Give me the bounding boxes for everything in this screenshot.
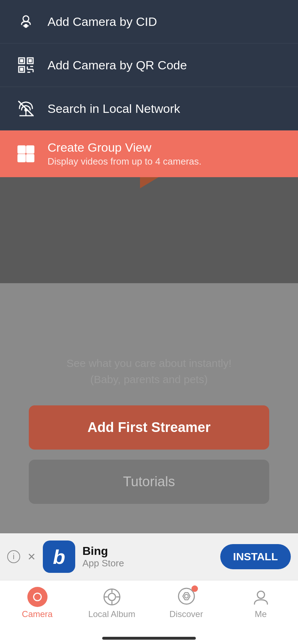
dropdown-menu: Add Camera by CID bbox=[0, 0, 298, 177]
cid-icon bbox=[14, 10, 37, 33]
menu-cid-label: Add Camera by CID bbox=[48, 15, 157, 29]
me-icon bbox=[251, 587, 271, 607]
discover-notification-dot bbox=[191, 585, 198, 592]
discover-icon bbox=[176, 587, 197, 607]
tab-discover-label: Discover bbox=[170, 609, 203, 619]
svg-point-10 bbox=[23, 16, 29, 22]
menu-cid-text: Add Camera by CID bbox=[48, 15, 157, 29]
ad-text-block: Bing App Store bbox=[82, 544, 213, 569]
svg-point-1 bbox=[108, 593, 116, 601]
local-album-icon bbox=[102, 587, 122, 607]
group-view-icon bbox=[14, 142, 37, 165]
menu-qr-label: Add Camera by QR Code bbox=[48, 58, 187, 72]
bing-logo-icon: b bbox=[53, 545, 65, 569]
svg-point-8 bbox=[185, 594, 188, 598]
svg-rect-14 bbox=[20, 59, 23, 62]
svg-point-6 bbox=[179, 588, 194, 604]
menu-group-sublabel: Display videos from up to 4 cameras. bbox=[48, 156, 202, 167]
menu-local-label: Search in Local Network bbox=[48, 102, 180, 116]
menu-item-add-qr[interactable]: Add Camera by QR Code bbox=[0, 43, 298, 87]
qr-icon bbox=[14, 54, 37, 77]
local-network-icon bbox=[14, 97, 37, 120]
svg-point-9 bbox=[257, 591, 265, 598]
tutorials-button[interactable]: Tutorials bbox=[29, 460, 269, 504]
ad-close-button[interactable]: ✕ bbox=[27, 551, 36, 563]
tab-me-label: Me bbox=[255, 609, 267, 619]
tab-camera-label: Camera bbox=[22, 609, 53, 619]
svg-rect-28 bbox=[18, 146, 25, 153]
tab-local-album-label: Local Album bbox=[88, 609, 135, 619]
ad-source: App Store bbox=[82, 558, 213, 569]
menu-group-label: Create Group View bbox=[48, 141, 202, 155]
svg-rect-29 bbox=[27, 146, 34, 153]
svg-rect-30 bbox=[18, 155, 25, 162]
ad-banner: i ✕ b Bing App Store INSTALL bbox=[0, 533, 298, 580]
tab-me[interactable]: Me bbox=[224, 587, 298, 619]
tab-local-album[interactable]: Local Album bbox=[74, 587, 149, 619]
add-first-streamer-button[interactable]: Add First Streamer bbox=[29, 405, 269, 450]
menu-local-text: Search in Local Network bbox=[48, 102, 180, 116]
tab-bar: Camera Local Album bbox=[0, 580, 298, 644]
camera-tab-icon bbox=[27, 587, 48, 607]
ad-install-button[interactable]: INSTALL bbox=[220, 544, 291, 569]
menu-group-text: Create Group View Display videos from up… bbox=[48, 141, 202, 167]
tagline-line1: See what you care about instantly! bbox=[67, 357, 232, 369]
ad-app-icon: b bbox=[43, 540, 75, 573]
ad-info-icon: i bbox=[7, 550, 20, 563]
tab-camera[interactable]: Camera bbox=[0, 587, 74, 619]
tagline: See what you care about instantly! (Baby… bbox=[67, 355, 232, 387]
tagline-line2: (Baby, parents and pets) bbox=[90, 373, 208, 385]
menu-item-create-group[interactable]: Create Group View Display videos from up… bbox=[0, 130, 298, 177]
svg-rect-16 bbox=[29, 59, 32, 62]
menu-qr-text: Add Camera by QR Code bbox=[48, 58, 187, 72]
tab-discover[interactable]: Discover bbox=[149, 587, 224, 619]
bottom-content: See what you care about instantly! (Baby… bbox=[0, 334, 298, 504]
menu-item-search-local[interactable]: Search in Local Network bbox=[0, 87, 298, 130]
ad-app-name: Bing bbox=[82, 544, 213, 558]
svg-rect-18 bbox=[20, 68, 23, 71]
svg-marker-7 bbox=[183, 593, 190, 600]
menu-item-add-cid[interactable]: Add Camera by CID bbox=[0, 0, 298, 43]
home-indicator bbox=[102, 637, 196, 640]
